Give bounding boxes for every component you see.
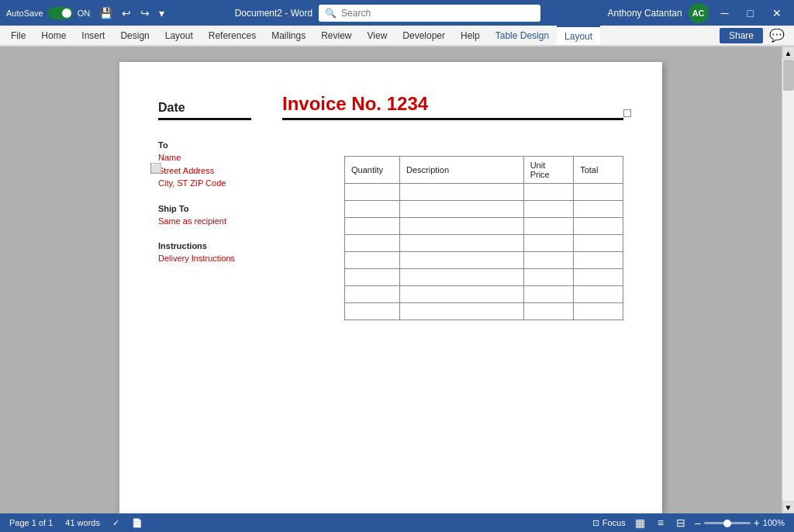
table-resize-handle[interactable] [623,109,631,117]
table-header-row: Quantity Description Unit Price Total [345,157,623,184]
track-changes-icon[interactable]: 📄 [132,518,143,528]
page-wrapper: ⬜ Date Invoice No. 1234 To Name Street A… [0,47,782,513]
share-button[interactable]: Share [720,28,763,43]
tab-mailings[interactable]: Mailings [264,26,313,45]
cell[interactable] [400,252,524,269]
cell[interactable] [523,218,574,235]
cell[interactable] [574,184,623,201]
close-button[interactable]: ✕ [766,0,788,26]
cell[interactable] [574,269,623,286]
table-row [345,252,623,269]
proofing-icon[interactable]: ✓ [112,518,119,528]
document-area: ⬜ Date Invoice No. 1234 To Name Street A… [0,47,794,513]
cell[interactable] [345,235,400,252]
cell[interactable] [574,252,623,269]
tab-layout[interactable]: Layout [157,26,201,45]
title-center: Document2 - Word 🔍 [174,5,601,22]
table-move-handle[interactable]: ⬜ [150,163,161,174]
minimize-button[interactable]: ─ [715,0,735,26]
cell[interactable] [523,269,574,286]
comments-icon[interactable]: 💬 [769,28,785,43]
tab-review[interactable]: Review [313,26,359,45]
table-row [345,269,623,286]
search-input[interactable] [341,8,534,19]
cell[interactable] [345,218,400,235]
tab-file[interactable]: File [3,26,33,45]
focus-label[interactable]: ⊡ Focus [592,518,626,528]
ribbon-share-area: Share 💬 [720,28,791,43]
print-layout-view-button[interactable]: ▦ [632,515,648,530]
status-bar-right: ⊡ Focus ▦ ≡ ⊟ – + 100% [592,515,785,530]
tab-insert[interactable]: Insert [74,26,112,45]
redo-icon[interactable]: ↪ [137,5,153,21]
scroll-up-button[interactable]: ▲ [782,47,795,59]
cell[interactable] [523,252,574,269]
cell[interactable] [523,184,574,201]
cell[interactable] [400,286,524,303]
tab-home[interactable]: Home [33,26,74,45]
search-icon: 🔍 [325,8,337,19]
cell[interactable] [400,184,524,201]
cell[interactable] [523,235,574,252]
table-row [345,303,623,320]
ribbon-tab-bar: File Home Insert Design Layout Reference… [0,26,794,46]
cell[interactable] [400,218,524,235]
focus-text: Focus [602,518,626,527]
scroll-thumb[interactable] [783,60,794,91]
undo-icon[interactable]: ↩ [119,5,134,21]
cell[interactable] [523,286,574,303]
search-box[interactable]: 🔍 [319,5,540,22]
cell[interactable] [345,269,400,286]
user-avatar[interactable]: AC [689,3,709,23]
invoice-left: To Name Street Address City, ST ZIP Code… [158,133,313,320]
web-view-button[interactable]: ≡ [654,515,667,530]
customize-icon[interactable]: ▾ [156,5,167,21]
ribbon: File Home Insert Design Layout Reference… [0,26,794,47]
cell[interactable] [345,184,400,201]
cell[interactable] [574,201,623,218]
scroll-track[interactable] [782,59,794,501]
cell[interactable] [523,201,574,218]
cell[interactable] [345,201,400,218]
cell[interactable] [400,201,524,218]
tab-view[interactable]: View [360,26,395,45]
tab-table-layout[interactable]: Layout [557,26,600,45]
cell[interactable] [345,303,400,320]
reader-view-button[interactable]: ⊟ [673,515,689,530]
cell[interactable] [574,286,623,303]
to-name: Name [158,151,313,164]
tab-table-design[interactable]: Table Design [488,26,557,45]
cell[interactable] [574,303,623,320]
instructions-value: Delivery Instructions [158,252,313,265]
vertical-scrollbar[interactable]: ▲ ▼ [782,47,794,513]
cell[interactable] [574,235,623,252]
zoom-out-button[interactable]: – [695,516,701,529]
cell[interactable] [400,303,524,320]
tab-help[interactable]: Help [453,26,488,45]
invoice-header: Date Invoice No. 1234 [158,93,623,115]
cell[interactable] [400,235,524,252]
cell[interactable] [345,252,400,269]
autosave-toggle[interactable] [48,7,73,19]
table-row [345,184,623,201]
cell[interactable] [400,269,524,286]
tab-design[interactable]: Design [112,26,157,45]
ship-to-value: Same as recipient [158,215,313,228]
save-icon[interactable]: 💾 [96,5,116,21]
document-page[interactable]: ⬜ Date Invoice No. 1234 To Name Street A… [119,62,662,513]
scroll-down-button[interactable]: ▼ [782,501,795,513]
cell[interactable] [345,286,400,303]
ship-to-label: Ship To [158,204,313,213]
restore-button[interactable]: □ [741,0,760,26]
instructions-label: Instructions [158,241,313,250]
zoom-in-button[interactable]: + [754,516,760,529]
word-count: 41 words [65,518,100,527]
cell[interactable] [574,218,623,235]
tab-references[interactable]: References [201,26,264,45]
cell[interactable] [523,303,574,320]
zoom-slider-track[interactable] [704,522,751,524]
zoom-control: – + 100% [695,516,785,529]
zoom-slider-thumb[interactable] [723,520,731,527]
tab-developer[interactable]: Developer [395,26,453,45]
to-street: Street Address [158,164,313,178]
